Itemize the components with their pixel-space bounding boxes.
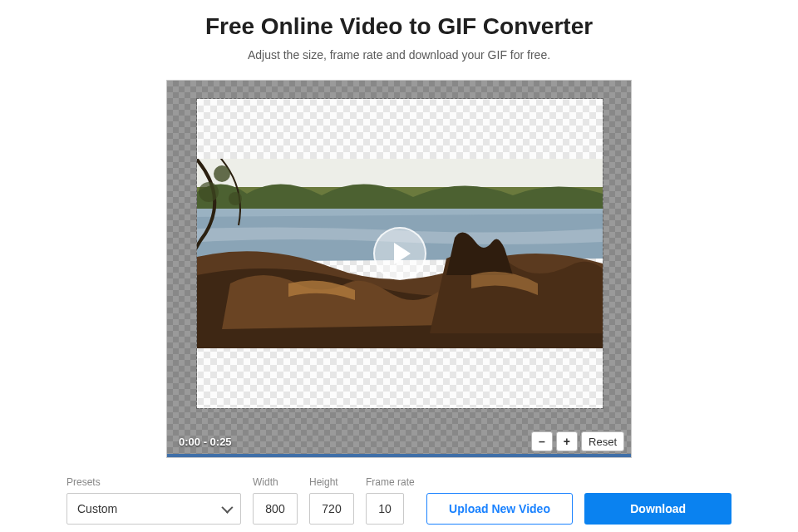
svg-point-4 <box>199 182 219 202</box>
chevron-down-icon <box>221 502 233 514</box>
page-title: Free Online Video to GIF Converter <box>0 13 798 40</box>
estimate-text: Estimated GIF size: 14.33 mb <box>0 525 798 532</box>
time-range: 0:00 - 0:25 <box>179 436 232 448</box>
zoom-out-button[interactable]: – <box>531 431 553 451</box>
play-button[interactable] <box>373 227 426 280</box>
framerate-label: Frame rate <box>366 476 415 488</box>
progress-bar[interactable] <box>167 454 631 457</box>
svg-point-3 <box>214 165 230 182</box>
preview-canvas[interactable]: 0:00 - 0:25 – + Reset <box>166 80 632 458</box>
zoom-in-button[interactable]: + <box>556 431 578 451</box>
height-label: Height <box>309 476 354 488</box>
presets-value: Custom <box>77 502 117 515</box>
download-button[interactable]: Download <box>584 493 732 525</box>
width-label: Width <box>253 476 298 488</box>
height-input[interactable] <box>309 493 354 525</box>
framerate-input[interactable] <box>366 493 404 525</box>
svg-point-5 <box>229 192 242 205</box>
play-icon <box>394 243 411 264</box>
zoom-reset-button[interactable]: Reset <box>581 431 624 451</box>
presets-label: Presets <box>66 476 241 488</box>
presets-select[interactable]: Custom <box>66 493 241 525</box>
zoom-controls: – + Reset <box>531 431 624 451</box>
upload-button[interactable]: Upload New Video <box>426 493 574 525</box>
controls-row: Presets Custom Width Height Frame rate U… <box>0 458 798 525</box>
crop-selection[interactable] <box>197 99 603 408</box>
page-subtitle: Adjust the size, frame rate and download… <box>0 48 798 62</box>
width-input[interactable] <box>253 493 298 525</box>
